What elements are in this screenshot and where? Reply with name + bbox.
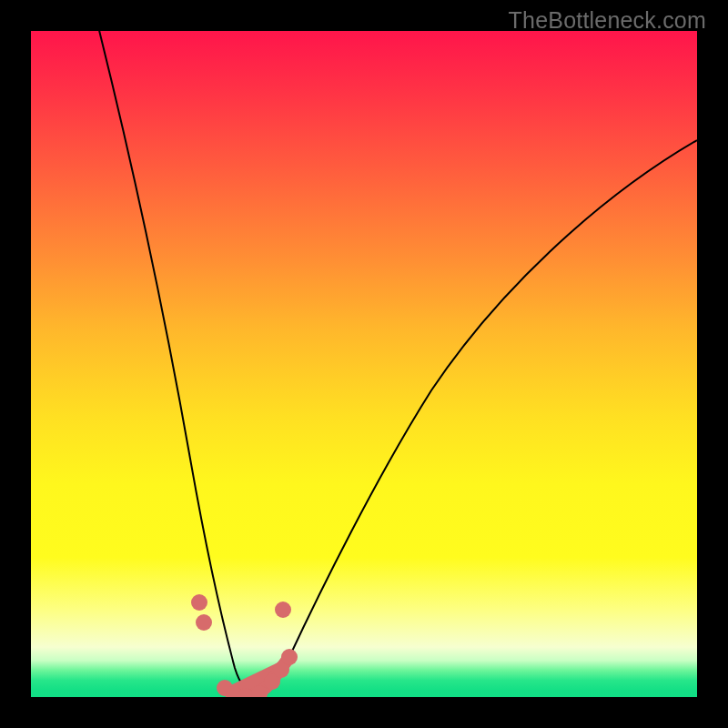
chart-frame: TheBottleneck.com: [0, 0, 728, 728]
marker-group: [191, 594, 298, 697]
bottleneck-curve: [86, 31, 697, 694]
marker-dot: [191, 594, 207, 611]
marker-dot: [196, 614, 212, 631]
chart-svg: [31, 31, 697, 697]
plot-area: [31, 31, 697, 697]
watermark-text: TheBottleneck.com: [509, 7, 706, 34]
marker-dot: [275, 602, 291, 618]
marker-dot: [281, 649, 298, 665]
